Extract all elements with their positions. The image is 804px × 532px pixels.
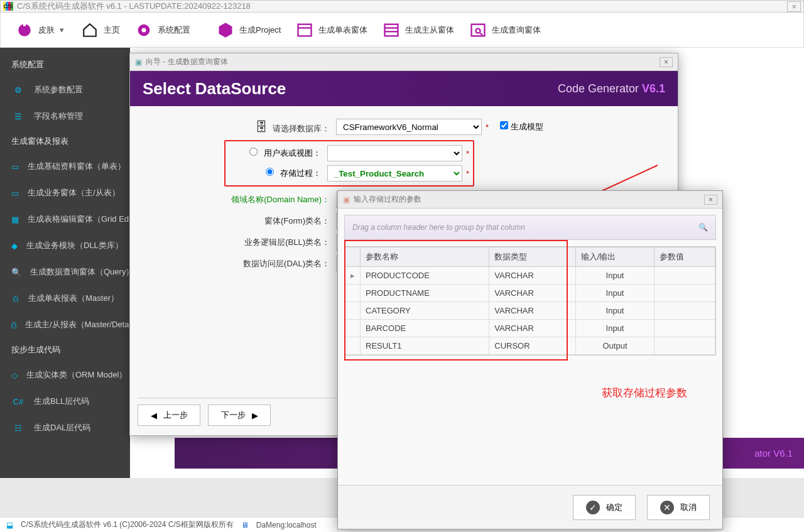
form-icon: ▭: [11, 160, 19, 173]
sidebar-item-singleform[interactable]: ▭生成基础资料窗体（单表）: [0, 153, 130, 180]
wizard-header: Select DataSource Code Generator V6.1: [130, 71, 678, 106]
col-name[interactable]: 参数名称: [361, 247, 489, 267]
wizard-titlebar: ▣ 向导 - 生成数据查询窗体 ×: [130, 53, 678, 71]
chevron-down-icon: ▾: [60, 25, 66, 35]
dal-label: 数据访问层(DAL)类名：: [141, 258, 336, 269]
table-row[interactable]: RESULT1CURSOROutput: [345, 337, 715, 355]
search-window-icon: [469, 21, 487, 39]
wizard-icon: ▣: [135, 58, 142, 67]
params-footer: ✓确定 ✕取消: [338, 485, 722, 529]
source-selection-box: 用户表或视图： * 存储过程： _Test_Product_Search *: [224, 140, 474, 187]
sidebar: 系统配置 ⚙系统参数配置 ☰字段名称管理 生成窗体及报表 ▭生成基础资料窗体（单…: [0, 48, 130, 478]
params-title: 输入存储过程的参数: [354, 194, 421, 205]
stored-proc-radio[interactable]: 存储过程：: [229, 168, 327, 179]
app-logo: C/S: [3, 2, 13, 11]
sidebar-item-masterreport[interactable]: ⎙生成主/从报表（Master/Detail）: [0, 312, 130, 338]
check-icon: ✓: [586, 501, 600, 514]
app-title: C/S系统代码生成器软件 v6.1 - LASTUPDATE:20240922-…: [17, 1, 251, 12]
form-icon: ▭: [11, 186, 19, 200]
col-dir[interactable]: 输入/输出: [575, 247, 654, 267]
skin-button[interactable]: 皮肤▾: [9, 18, 72, 43]
home-icon: [81, 21, 99, 39]
database-icon: 🗄: [255, 120, 268, 134]
home-button[interactable]: 主页: [75, 18, 126, 43]
stored-proc-select[interactable]: _Test_Product_Search: [327, 165, 462, 182]
search-icon: 🔍: [11, 265, 21, 279]
gen-master-button[interactable]: 生成主从窗体: [376, 18, 460, 43]
required-mark: *: [486, 122, 489, 132]
chevron-left-icon: ◀: [151, 411, 157, 420]
table-row[interactable]: CATEGORYVARCHARInput: [345, 302, 715, 320]
main-close-button[interactable]: ×: [787, 1, 801, 12]
svg-rect-6: [385, 24, 398, 36]
window-stack-icon: [383, 21, 400, 39]
sidebar-item-queryform[interactable]: 🔍生成数据查询窗体（Query）: [0, 259, 130, 285]
prev-button[interactable]: ◀上一步: [138, 404, 200, 426]
params-grid[interactable]: 参数名称 数据类型 输入/输出 参数值 ▸PRODUCTCODEVARCHARI…: [344, 246, 716, 356]
sidebar-item-masterform[interactable]: ▭生成业务窗体（主/从表）: [0, 180, 130, 206]
grid-group-panel[interactable]: Drag a column header here to group by th…: [344, 215, 716, 240]
database-select[interactable]: CSFrameworkV6_Normal: [336, 119, 482, 135]
skin-icon: [16, 21, 33, 39]
status-db: DaMeng:localhost: [256, 521, 317, 529]
print-icon: ⎙: [11, 318, 16, 332]
cancel-button[interactable]: ✕取消: [647, 495, 710, 520]
next-button[interactable]: 下一步▶: [208, 404, 271, 426]
cube-icon: ⬓: [6, 521, 13, 529]
wizard-subheading: Code Generator V6.1: [558, 82, 665, 95]
ok-button[interactable]: ✓确定: [573, 495, 636, 520]
table-row[interactable]: ▸PRODUCTCODEVARCHARInput: [345, 267, 715, 285]
table-row[interactable]: BARCODEVARCHARInput: [345, 320, 715, 337]
svg-rect-1: [23, 23, 26, 26]
gen-model-checkbox[interactable]: 生成模型: [500, 121, 543, 133]
dialog-icon: ▣: [343, 195, 350, 204]
sidebar-item-singlereport[interactable]: ⎙生成单表报表（Master）: [0, 285, 130, 312]
main-toolbar: 皮肤▾ 主页 系统配置 生成Project 生成单表窗体 生成主从窗体 生成查询…: [0, 13, 804, 48]
status-app: C/S系统代码生成器软件 v6.1 (C)2006-2024 C/S框架网版权所…: [21, 519, 234, 530]
cube-icon: ◆: [11, 239, 18, 252]
form-label: 窗体(Form)类名：: [141, 215, 336, 227]
wizard-title: 向导 - 生成数据查询窗体: [146, 57, 228, 67]
sidebar-header-forms: 生成窗体及报表: [0, 129, 130, 153]
window-icon: [296, 21, 313, 39]
gen-project-button[interactable]: 生成Project: [210, 18, 287, 43]
search-icon[interactable]: 🔍: [698, 223, 708, 232]
db-label: 请选择数据库：: [273, 124, 330, 133]
gear-icon: [135, 21, 153, 39]
config-button[interactable]: 系统配置: [129, 18, 197, 43]
sidebar-item-sysconfig[interactable]: ⚙系统参数配置: [0, 77, 130, 103]
sidebar-item-bll[interactable]: C#生成BLL层代码: [0, 388, 130, 415]
table-row[interactable]: PRODUCTNAMEVARCHARInput: [345, 285, 715, 302]
sidebar-item-dal[interactable]: ☷生成DAL层代码: [0, 415, 130, 441]
cube-icon: ◇: [11, 368, 18, 382]
col-value[interactable]: 参数值: [655, 247, 715, 267]
database-icon: ☷: [11, 421, 25, 435]
cube-icon: [217, 21, 234, 39]
sidebar-item-dll[interactable]: ◆生成业务模块（DLL类库）: [0, 232, 130, 259]
user-table-select[interactable]: [327, 145, 462, 161]
wizard-close-button[interactable]: ×: [660, 57, 673, 67]
sidebar-header-config: 系统配置: [0, 53, 130, 77]
col-type[interactable]: 数据类型: [489, 247, 576, 267]
sidebar-item-gridform[interactable]: ▦生成表格编辑窗体（Grid Edit）: [0, 206, 130, 232]
gen-query-button[interactable]: 生成查询窗体: [463, 18, 547, 43]
svg-rect-4: [298, 24, 312, 36]
svg-point-3: [142, 28, 146, 32]
params-titlebar: ▣ 输入存储过程的参数 ×: [338, 191, 722, 209]
wizard-heading: Select DataSource: [143, 79, 286, 99]
print-icon: ⎙: [11, 291, 19, 305]
gen-single-button[interactable]: 生成单表窗体: [290, 18, 374, 43]
code-icon: C#: [11, 394, 25, 408]
grid-icon: ▦: [11, 212, 19, 226]
sidebar-item-orm[interactable]: ◇生成实体类（ORM Model）: [0, 362, 130, 388]
params-dialog: ▣ 输入存储过程的参数 × Drag a column header here …: [337, 190, 723, 529]
svg-point-10: [476, 28, 481, 33]
sidebar-item-fields[interactable]: ☰字段名称管理: [0, 103, 130, 129]
annotation-text: 获取存储过程参数: [602, 386, 687, 400]
sidebar-header-step: 按步生成代码: [0, 338, 130, 362]
params-close-button[interactable]: ×: [704, 195, 717, 205]
domain-label: 领域名称(Domain Name)：: [141, 194, 336, 205]
user-table-radio[interactable]: 用户表或视图：: [229, 148, 327, 159]
svg-line-11: [481, 33, 483, 35]
gear-icon: ⚙: [11, 83, 25, 97]
